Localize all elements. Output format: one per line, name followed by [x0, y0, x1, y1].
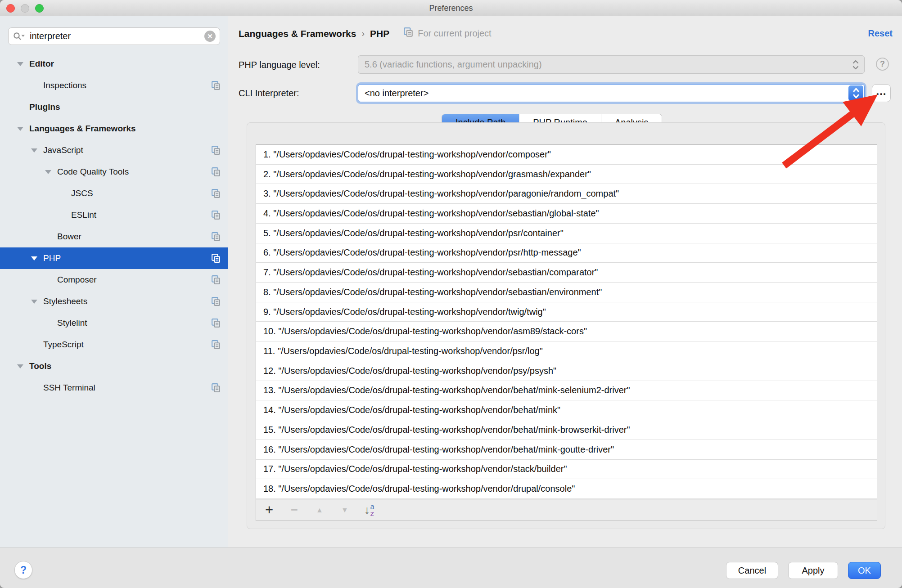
chevron-down-icon[interactable]	[30, 256, 39, 260]
language-level-select[interactable]: 5.6 (variadic functions, argument unpack…	[358, 55, 865, 74]
sidebar-item-label: Editor	[29, 59, 54, 69]
include-path-row[interactable]: 10. "/Users/opdavies/Code/os/drupal-test…	[256, 322, 877, 341]
language-level-help-icon[interactable]: ?	[876, 58, 889, 71]
project-scope-icon	[211, 318, 221, 328]
sidebar-item-label: JavaScript	[43, 145, 83, 155]
move-down-icon: ▼	[339, 506, 351, 514]
breadcrumb-current: PHP	[370, 28, 389, 39]
cli-interpreter-label: CLI Interpreter:	[239, 88, 299, 99]
project-scope-icon	[211, 167, 221, 177]
sidebar-item-label: SSH Terminal	[43, 383, 95, 393]
cli-interpreter-select[interactable]: <no interpreter>	[358, 84, 865, 102]
sort-alphabetically-button[interactable]: ↓ a z	[364, 503, 374, 517]
browse-interpreters-button[interactable]: ...	[872, 84, 891, 102]
dialog-footer: ? Cancel Apply OK	[0, 548, 902, 588]
include-path-row[interactable]: 7. "/Users/opdavies/Code/os/drupal-testi…	[256, 263, 877, 283]
include-path-row[interactable]: 14. "/Users/opdavies/Code/os/drupal-test…	[256, 400, 877, 420]
sidebar-item-label: Plugins	[29, 102, 60, 112]
sidebar-item-languages-frameworks[interactable]: Languages & Frameworks	[0, 118, 228, 139]
include-path-text: 1. "/Users/opdavies/Code/os/drupal-testi…	[263, 149, 551, 160]
sidebar-item-ssh-terminal[interactable]: SSH Terminal	[0, 377, 228, 399]
sidebar-item-eslint[interactable]: ESLint	[0, 204, 228, 226]
include-path-list: 1. "/Users/opdavies/Code/os/drupal-testi…	[256, 145, 877, 499]
project-scope-icon	[211, 253, 221, 264]
include-path-row[interactable]: 8. "/Users/opdavies/Code/os/drupal-testi…	[256, 283, 877, 302]
sidebar-item-label: Inspections	[43, 81, 86, 90]
include-path-row[interactable]: 12. "/Users/opdavies/Code/os/drupal-test…	[256, 361, 877, 381]
sidebar-item-label: ESLint	[71, 210, 96, 220]
sidebar-item-stylesheets[interactable]: Stylesheets	[0, 291, 228, 312]
sidebar-item-label: Tools	[29, 361, 51, 371]
help-button[interactable]: ?	[14, 561, 32, 579]
include-path-row[interactable]: 4. "/Users/opdavies/Code/os/drupal-testi…	[256, 204, 877, 224]
sidebar-item-tools[interactable]: Tools	[0, 355, 228, 377]
language-level-value: 5.6 (variadic functions, argument unpack…	[365, 59, 542, 70]
stepper-arrows-icon	[852, 56, 860, 73]
title-bar: Preferences	[0, 0, 902, 16]
include-path-row[interactable]: 13. "/Users/opdavies/Code/os/drupal-test…	[256, 381, 877, 401]
include-path-text: 8. "/Users/opdavies/Code/os/drupal-testi…	[263, 287, 602, 297]
settings-sidebar: ✕ EditorInspectionsPluginsLanguages & Fr…	[0, 16, 228, 548]
include-path-text: 5. "/Users/opdavies/Code/os/drupal-testi…	[263, 228, 564, 238]
apply-button[interactable]: Apply	[788, 562, 838, 579]
search-field[interactable]: ✕	[8, 27, 220, 45]
add-icon[interactable]: +	[263, 502, 275, 518]
include-path-row[interactable]: 15. "/Users/opdavies/Code/os/drupal-test…	[256, 420, 877, 440]
chevron-down-icon[interactable]	[16, 62, 25, 66]
sidebar-item-typescript[interactable]: TypeScript	[0, 334, 228, 355]
include-path-row[interactable]: 5. "/Users/opdavies/Code/os/drupal-testi…	[256, 224, 877, 243]
include-path-text: 4. "/Users/opdavies/Code/os/drupal-testi…	[263, 208, 599, 219]
include-path-row[interactable]: 18. "/Users/opdavies/Code/os/drupal-test…	[256, 479, 877, 499]
sidebar-item-plugins[interactable]: Plugins	[0, 96, 228, 118]
include-path-row[interactable]: 3. "/Users/opdavies/Code/os/drupal-testi…	[256, 184, 877, 204]
chevron-down-icon[interactable]	[16, 127, 25, 131]
sidebar-item-composer[interactable]: Composer	[0, 269, 228, 291]
window-title: Preferences	[0, 0, 902, 16]
include-path-panel: 1. "/Users/opdavies/Code/os/drupal-testi…	[247, 122, 885, 529]
sidebar-item-bower[interactable]: Bower	[0, 226, 228, 247]
include-path-text: 3. "/Users/opdavies/Code/os/drupal-testi…	[263, 189, 619, 199]
clear-search-icon[interactable]: ✕	[204, 31, 216, 42]
include-path-row[interactable]: 6. "/Users/opdavies/Code/os/drupal-testi…	[256, 243, 877, 263]
project-scope-icon	[211, 296, 221, 307]
project-scope-icon	[211, 383, 221, 393]
chevron-down-icon[interactable]	[30, 300, 39, 304]
project-scope-icon	[211, 232, 221, 242]
sidebar-item-javascript[interactable]: JavaScript	[0, 139, 228, 161]
preferences-tree: EditorInspectionsPluginsLanguages & Fram…	[0, 53, 228, 399]
chevron-down-icon[interactable]	[44, 170, 53, 174]
sidebar-item-code-quality-tools[interactable]: Code Quality Tools	[0, 161, 228, 183]
project-scope-icon	[211, 189, 221, 199]
breadcrumb-separator-icon: ›	[361, 28, 365, 39]
include-path-row[interactable]: 1. "/Users/opdavies/Code/os/drupal-testi…	[256, 145, 877, 165]
sidebar-item-label: PHP	[43, 253, 61, 263]
chevron-down-icon[interactable]	[16, 364, 25, 368]
scope-label: For current project	[418, 28, 491, 39]
sidebar-item-label: Languages & Frameworks	[29, 124, 136, 134]
include-path-row[interactable]: 9. "/Users/opdavies/Code/os/drupal-testi…	[256, 302, 877, 322]
move-up-icon: ▲	[314, 506, 325, 514]
include-path-row[interactable]: 11. "/Users/opdavies/Code/os/drupal-test…	[256, 341, 877, 361]
reset-link[interactable]: Reset	[868, 28, 893, 39]
sidebar-item-php[interactable]: PHP	[0, 247, 228, 269]
cli-interpreter-value: <no interpreter>	[365, 88, 428, 99]
sidebar-item-editor[interactable]: Editor	[0, 53, 228, 75]
cancel-button[interactable]: Cancel	[726, 562, 778, 579]
breadcrumb-parent: Languages & Frameworks	[239, 28, 356, 39]
project-scope-icon	[211, 210, 221, 220]
include-path-row[interactable]: 17. "/Users/opdavies/Code/os/drupal-test…	[256, 460, 877, 480]
sidebar-item-label: Stylelint	[57, 318, 87, 328]
sidebar-item-stylelint[interactable]: Stylelint	[0, 312, 228, 334]
search-input[interactable]	[29, 31, 204, 42]
chevron-down-icon[interactable]	[30, 148, 39, 153]
sidebar-item-inspections[interactable]: Inspections	[0, 75, 228, 96]
list-toolbar: ↓ a z +−▲▼	[256, 499, 877, 521]
include-path-row[interactable]: 2. "/Users/opdavies/Code/os/drupal-testi…	[256, 165, 877, 184]
settings-content: Languages & Frameworks › PHP For current…	[229, 16, 902, 548]
sidebar-item-label: TypeScript	[43, 340, 84, 350]
sidebar-item-label: Stylesheets	[43, 296, 87, 306]
include-path-row[interactable]: 16. "/Users/opdavies/Code/os/drupal-test…	[256, 440, 877, 460]
ok-button[interactable]: OK	[848, 562, 881, 579]
sort-arrow-icon: ↓	[364, 503, 370, 516]
sidebar-item-jscs[interactable]: JSCS	[0, 183, 228, 204]
